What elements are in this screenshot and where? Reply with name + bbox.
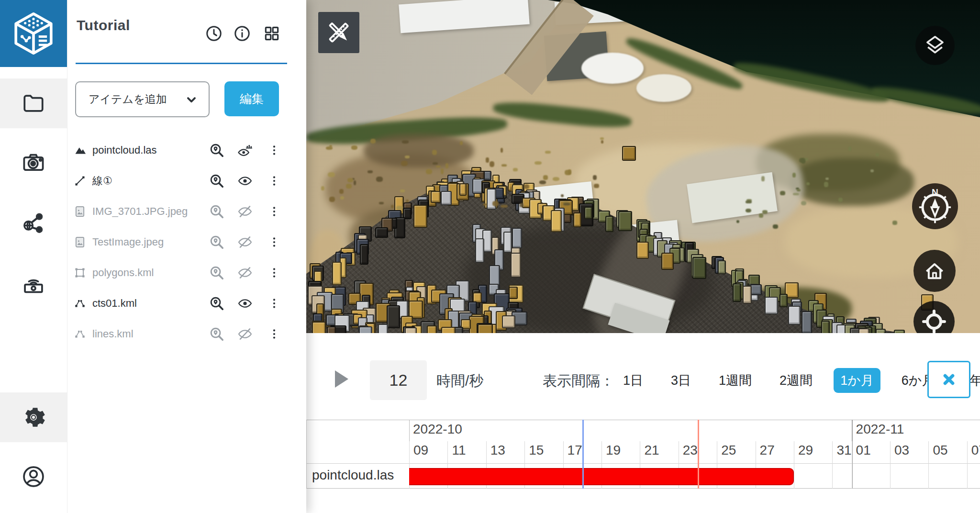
layer-list: pointcloud.las線①IMG_3701.JPG.jpegTestIma… [67, 135, 306, 349]
timeline-chart: 2022-100911131517192123252729312022-1101… [306, 420, 980, 489]
home-icon [922, 258, 947, 284]
left-icon-rail [0, 0, 67, 513]
speed-unit-label: 時間/秒 [436, 371, 483, 391]
pointer-time-marker [698, 420, 699, 489]
add-item-dropdown[interactable]: アイテムを追加 [75, 81, 210, 117]
info-icon[interactable] [233, 24, 252, 43]
sidebar-item-account[interactable] [0, 452, 67, 502]
current-time-marker[interactable] [582, 420, 584, 489]
sensor-icon [22, 271, 45, 295]
app-logo[interactable] [0, 0, 67, 67]
layer-menu-button[interactable] [268, 328, 280, 340]
add-item-label: アイテムを追加 [89, 92, 185, 107]
layers-icon [923, 33, 947, 58]
day-tick-label: 23 [683, 443, 698, 458]
visibility-on-button[interactable] [237, 296, 253, 311]
sidebar-item-share[interactable] [0, 198, 67, 248]
close-icon [941, 371, 957, 388]
zoom-to-layer-button[interactable] [209, 173, 225, 189]
page-title: Tutorial [77, 17, 130, 33]
timeline-panel: 12 時間/秒 表示間隔： 1日3日1週間2週間1か月6か月1年 2022-10… [306, 333, 980, 513]
image-icon [74, 236, 86, 248]
zoom-to-layer-button[interactable] [209, 326, 225, 342]
layer-name: pointcloud.las [92, 144, 157, 156]
map-3d-view[interactable]: N [306, 0, 980, 333]
layer-row[interactable]: lines.kml [67, 319, 306, 349]
layer-menu-button[interactable] [268, 267, 280, 279]
polygon-icon [74, 267, 86, 279]
project-panel: Tutorial アイテムを追加 編集 pointcloud.las線①IMG_… [67, 0, 306, 513]
day-tick-label: 11 [452, 443, 466, 458]
speed-value-input[interactable]: 12 [370, 360, 427, 400]
timeline-bar[interactable] [409, 468, 794, 485]
visibility-off-button[interactable] [237, 204, 253, 219]
layer-row[interactable]: 線① [67, 166, 306, 196]
day-tick-label: 31 [836, 443, 851, 458]
interval-options: 1日3日1週間2週間1か月6か月1年 [616, 360, 980, 400]
interval-option-2[interactable]: 3日 [664, 368, 698, 393]
month-label: 2022-10 [413, 422, 462, 437]
measure-tool-button[interactable] [318, 12, 359, 53]
day-tick-label: 13 [490, 443, 505, 458]
svg-text:N: N [932, 187, 938, 197]
sidebar-item-device[interactable] [0, 258, 67, 308]
account-icon [21, 464, 46, 489]
day-tick-label: 19 [606, 443, 621, 458]
pointcloud-cube-logo [9, 9, 58, 58]
layer-row[interactable]: TestImage.jpeg [67, 227, 306, 257]
layer-row[interactable]: pointcloud.las [67, 135, 306, 166]
image-icon [74, 205, 86, 218]
grid-icon[interactable] [262, 24, 281, 43]
zoom-to-layer-button[interactable] [209, 295, 225, 312]
layer-menu-button[interactable] [268, 175, 280, 187]
sidebar-item-capture[interactable] [0, 138, 67, 188]
interval-option-3[interactable]: 1週間 [712, 368, 758, 393]
day-tick-label: 01 [856, 443, 871, 458]
camera-icon [22, 151, 45, 175]
visibility-on-button[interactable] [237, 173, 253, 189]
chevron-down-icon [185, 93, 198, 106]
locate-icon [921, 308, 947, 333]
day-tick-label: 17 [568, 443, 582, 458]
day-tick-label: 03 [894, 443, 909, 458]
layer-name: IMG_3701.JPG.jpeg [92, 205, 188, 218]
zoom-to-layer-button[interactable] [209, 203, 225, 220]
interval-option-4[interactable]: 2週間 [773, 368, 819, 393]
home-button[interactable] [913, 250, 956, 292]
zoom-to-layer-button[interactable] [209, 142, 225, 158]
layer-row[interactable]: cts01.kml [67, 288, 306, 319]
visibility-chart-button[interactable] [237, 142, 254, 158]
visibility-off-button[interactable] [237, 326, 253, 342]
interval-option-1[interactable]: 1日 [616, 368, 650, 393]
layer-menu-button[interactable] [268, 144, 280, 156]
gear-icon [22, 405, 45, 429]
day-tick-label: 09 [413, 443, 428, 458]
layer-name: 線① [92, 174, 112, 188]
close-timeline-button[interactable] [927, 361, 970, 398]
layer-row[interactable]: polygons.kml [67, 257, 306, 288]
zoom-to-layer-button[interactable] [209, 234, 225, 250]
interval-option-5[interactable]: 1か月 [834, 368, 880, 393]
ruler-pencil-icon [325, 19, 353, 46]
visibility-off-button[interactable] [237, 265, 253, 280]
visibility-off-button[interactable] [237, 234, 253, 250]
layer-name: polygons.kml [92, 267, 154, 279]
edit-button[interactable]: 編集 [224, 81, 279, 116]
layer-menu-button[interactable] [268, 236, 280, 248]
layer-menu-button[interactable] [268, 205, 280, 218]
timeline-row-label: pointcloud.las [312, 468, 394, 483]
day-tick-label: 05 [933, 443, 947, 458]
sidebar-item-settings[interactable] [0, 392, 67, 442]
layers-button[interactable] [915, 26, 955, 65]
layer-row[interactable]: IMG_3701.JPG.jpeg [67, 196, 306, 227]
day-tick-label: 25 [721, 443, 736, 458]
zoom-to-layer-button[interactable] [209, 265, 225, 281]
compass-widget[interactable]: N [912, 183, 958, 229]
sidebar-item-projects[interactable] [0, 78, 67, 128]
day-tick-label: 27 [760, 443, 775, 458]
day-tick-label: 15 [529, 443, 544, 458]
layer-menu-button[interactable] [268, 297, 280, 310]
day-tick-label: 29 [798, 443, 813, 458]
play-button[interactable] [335, 370, 348, 388]
history-icon[interactable] [204, 24, 223, 43]
